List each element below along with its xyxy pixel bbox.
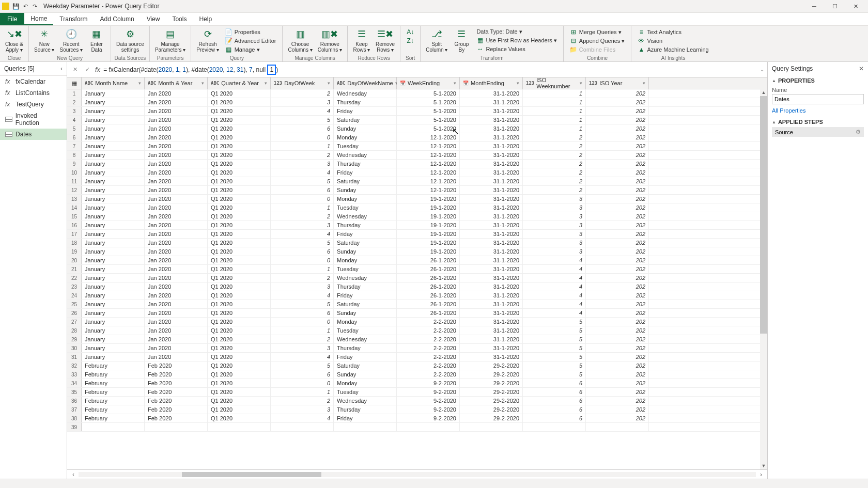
cell-isoweek[interactable]: 3 (523, 230, 586, 238)
cell-isoyear[interactable]: 202 (586, 98, 649, 106)
cell-isoyear[interactable]: 202 (586, 151, 649, 159)
cell-downame[interactable]: Sunday (334, 309, 397, 317)
cell-isoweek[interactable]: 2 (523, 151, 586, 159)
scroll-up-icon[interactable]: ▲ (760, 89, 767, 96)
cell-weekending[interactable]: 12-1-2020 (397, 151, 460, 159)
cancel-formula-icon[interactable]: ✕ (70, 65, 80, 74)
row-number[interactable]: 29 (67, 335, 82, 343)
cell-monthyear[interactable]: Jan 2020 (145, 124, 208, 133)
cell-monthending[interactable]: 31-1-2020 (460, 133, 523, 141)
cell-month[interactable]: February (82, 405, 145, 414)
table-row[interactable]: 36FebruaryFeb 2020Q1 20202Wednesday9-2-2… (67, 397, 767, 405)
cell-month[interactable]: February (82, 370, 145, 379)
cell-weekending[interactable]: 5-1-2020 (397, 98, 460, 106)
cell-qy[interactable]: Q1 2020 (208, 203, 271, 212)
cell-isoweek[interactable]: 2 (523, 142, 586, 150)
cell-downame[interactable]: Friday (334, 107, 397, 115)
cell-monthyear[interactable]: Jan 2020 (145, 89, 208, 98)
cell-qy[interactable]: Q1 2020 (208, 230, 271, 238)
sort-desc-button[interactable]: Z↓ (405, 37, 416, 45)
cell-downame[interactable]: Monday (334, 133, 397, 141)
cell-monthyear[interactable]: Jan 2020 (145, 318, 208, 326)
save-icon[interactable]: 💾 (12, 3, 20, 10)
column-header-monthyear[interactable]: ABCMonth & Year▾ (145, 77, 208, 89)
cell-downame[interactable]: Wednesday (334, 151, 397, 159)
cell-qy[interactable]: Q1 2020 (208, 379, 271, 387)
filter-dropdown-icon[interactable]: ▾ (138, 81, 141, 86)
cell-downame[interactable]: Saturday (334, 177, 397, 185)
remove-rows-button[interactable]: ☰✖Remove Rows ▾ (374, 27, 397, 54)
cell-qy[interactable]: Q1 2020 (208, 212, 271, 221)
cell-month[interactable]: January (82, 247, 145, 256)
cell-month[interactable]: January (82, 186, 145, 194)
table-row[interactable]: 17JanuaryJan 2020Q1 20204Friday19-1-2020… (67, 230, 767, 239)
cell-monthyear[interactable]: Jan 2020 (145, 116, 208, 124)
cell-isoyear[interactable]: 202 (586, 274, 649, 282)
cell-downame[interactable]: Monday (334, 195, 397, 203)
cell-downame[interactable]: Thursday (334, 221, 397, 229)
cell-qy[interactable]: Q1 2020 (208, 388, 271, 396)
cell-dow[interactable]: 2 (271, 151, 334, 159)
step-source[interactable]: Source ⚙ (772, 127, 864, 137)
close-settings-icon[interactable]: ✕ (859, 65, 864, 72)
cell-monthending[interactable]: 31-1-2020 (460, 177, 523, 185)
row-number[interactable]: 37 (67, 405, 82, 414)
cell-weekending[interactable]: 19-1-2020 (397, 247, 460, 256)
cell-qy[interactable]: Q1 2020 (208, 274, 271, 282)
choose-columns-button[interactable]: ▥Choose Columns ▾ (286, 27, 314, 54)
cell-isoyear[interactable]: 202 (586, 107, 649, 115)
cell-qy[interactable]: Q1 2020 (208, 89, 271, 98)
cell-isoyear[interactable]: 202 (586, 309, 649, 317)
undo-icon[interactable]: ↶ (22, 3, 29, 10)
cell-qy[interactable]: Q1 2020 (208, 282, 271, 291)
tab-tools[interactable]: Tools (166, 13, 193, 25)
cell-monthending[interactable]: 29-2-2020 (460, 388, 523, 396)
cell-qy[interactable]: Q1 2020 (208, 116, 271, 124)
filter-dropdown-icon[interactable]: ▾ (580, 81, 582, 86)
cell-isoweek[interactable]: 2 (523, 133, 586, 141)
table-row[interactable]: 3JanuaryJan 2020Q1 20204Friday5-1-202031… (67, 107, 767, 116)
cell-downame[interactable]: Monday (334, 318, 397, 326)
cell-month[interactable]: February (82, 397, 145, 405)
cell-dow[interactable]: 5 (271, 361, 334, 370)
cell-isoyear[interactable]: 202 (586, 230, 649, 238)
cell-isoyear[interactable]: 202 (586, 414, 649, 422)
cell-weekending[interactable]: 9-2-2020 (397, 379, 460, 387)
cell-monthending[interactable]: 29-2-2020 (460, 379, 523, 387)
redo-icon[interactable]: ↷ (31, 3, 38, 10)
cell-month[interactable]: January (82, 133, 145, 141)
cell-month[interactable]: January (82, 265, 145, 273)
cell-isoweek[interactable]: 4 (523, 300, 586, 308)
cell-monthending[interactable]: 31-1-2020 (460, 89, 523, 98)
cell-month[interactable] (82, 423, 145, 431)
cell-qy[interactable]: Q1 2020 (208, 318, 271, 326)
cell-dow[interactable]: 1 (271, 265, 334, 273)
table-row[interactable]: 12JanuaryJan 2020Q1 20206Sunday12-1-2020… (67, 186, 767, 195)
cell-isoweek[interactable]: 2 (523, 160, 586, 168)
scroll-right-icon[interactable]: › (758, 471, 764, 478)
filter-dropdown-icon[interactable]: ▾ (328, 81, 330, 86)
row-number[interactable]: 32 (67, 361, 82, 370)
cell-dow[interactable]: 3 (271, 160, 334, 168)
cell-qy[interactable]: Q1 2020 (208, 300, 271, 308)
cell-month[interactable]: January (82, 177, 145, 185)
advanced-editor-button[interactable]: 📝Advanced Editor (223, 37, 278, 45)
cell-qy[interactable]: Q1 2020 (208, 361, 271, 370)
table-row[interactable]: 13JanuaryJan 2020Q1 20200Monday19-1-2020… (67, 195, 767, 203)
cell-weekending[interactable]: 9-2-2020 (397, 414, 460, 422)
cell-downame[interactable]: Friday (334, 414, 397, 422)
table-row[interactable]: 32FebruaryFeb 2020Q1 20205Saturday2-2-20… (67, 361, 767, 370)
cell-monthyear[interactable]: Feb 2020 (145, 405, 208, 414)
row-number[interactable]: 28 (67, 326, 82, 335)
formula-selection[interactable]: 1 (267, 65, 276, 75)
cell-isoweek[interactable]: 1 (523, 89, 586, 98)
cell-dow[interactable]: 3 (271, 282, 334, 291)
cell-downame[interactable]: Friday (334, 230, 397, 238)
row-number[interactable]: 18 (67, 239, 82, 247)
tab-add-column[interactable]: Add Column (94, 13, 141, 25)
table-row[interactable]: 39 (67, 423, 767, 432)
cell-monthending[interactable]: 31-1-2020 (460, 186, 523, 194)
cell-isoyear[interactable]: 202 (586, 300, 649, 308)
filter-dropdown-icon[interactable]: ▾ (517, 81, 519, 86)
cell-weekending[interactable]: 19-1-2020 (397, 230, 460, 238)
